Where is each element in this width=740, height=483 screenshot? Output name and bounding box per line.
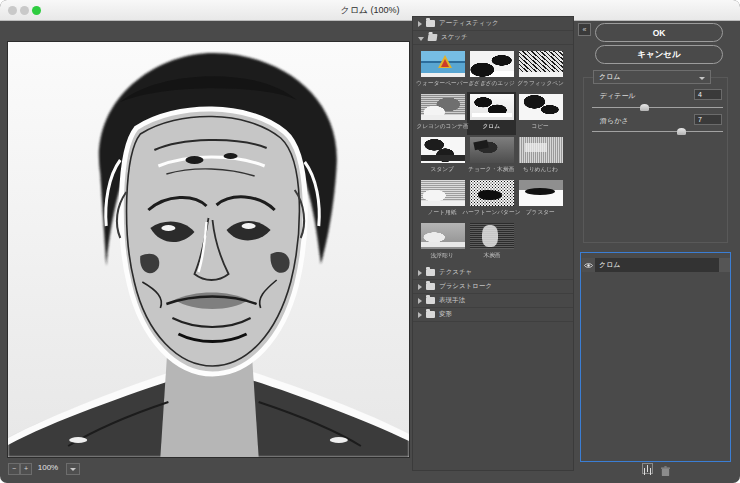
filter-preview-canvas[interactable] [8,42,409,457]
filter-thumbnail-chrome[interactable]: クロム [467,92,516,135]
filter-thumbnail-bas-relief[interactable]: 浅浮彫り [418,221,467,264]
detail-slider[interactable] [592,104,723,112]
zoom-in-button[interactable]: + [20,463,32,475]
category-label: ブラシストローク [439,282,492,291]
filter-preview-thumb [421,94,465,120]
filter-thumbnail-chalk-charcoal[interactable]: チョーク・木炭画 [467,135,516,178]
filter-category-distort[interactable]: 変形 [413,308,573,322]
window-title: クロム (100%) [0,4,740,17]
folder-closed-icon [426,297,435,304]
folder-closed-icon [426,311,435,318]
filter-preview-thumb [470,137,514,163]
cancel-button-label: キャンセル [637,49,681,61]
filter-preview-thumb [519,94,563,120]
chevron-down-icon [699,77,705,80]
filter-category-texture[interactable]: テクスチャ [413,266,573,280]
thumbnail-label: ぎざぎざのエッジ [468,79,515,88]
thumbnail-empty-cell [516,221,565,264]
chrome-filtered-portrait-image [8,42,409,457]
detail-label: ディテール [600,91,636,101]
filter-thumbnail-note-paper[interactable]: ノート用紙 [418,178,467,221]
detail-value-field[interactable]: 4 [694,89,722,100]
thumbnail-row: クレヨンのコンテ画 クロム コピー [418,92,573,135]
triangle-down-icon [418,37,424,41]
layer-visibility-toggle[interactable] [582,258,595,272]
thumbnail-row: スタンプ チョーク・木炭画 ちりめんじわ [418,135,573,178]
filter-thumbnail-charcoal[interactable]: 木炭画 [467,221,516,264]
zoom-level-value[interactable]: 100% [32,462,64,474]
filter-thumbnail-torn-edges[interactable]: ぎざぎざのエッジ [467,49,516,92]
filter-select-dropdown[interactable]: クロム [593,70,711,84]
filter-gallery-window: クロム (100%) [0,0,740,483]
slider-track [592,131,723,132]
eye-icon [584,262,593,269]
thumbnail-label: コピー [532,122,549,131]
category-label: 表現手法 [439,296,465,305]
category-label: アーティスティック [439,19,499,28]
window-titlebar: クロム (100%) [0,0,740,21]
thumbnail-label: プラスター [526,208,555,217]
filter-preview-thumb [421,51,465,77]
filter-thumbnail-grid: ウォーターペーパー ぎざぎざのエッジ グラフィックペン クレヨンのコンテ画 [413,45,573,266]
filter-category-sketch[interactable]: スケッチ [413,31,573,45]
filter-thumbnail-photocopy[interactable]: コピー [516,92,565,135]
thumbnail-label: ノート用紙 [428,208,457,217]
filter-thumbnail-stamp[interactable]: スタンプ [418,135,467,178]
filter-preview-thumb [470,223,514,249]
smoothness-value-field[interactable]: 7 [694,114,722,125]
filter-select-value: クロム [599,72,621,82]
folder-closed-icon [426,269,435,276]
effect-layers-footer [636,463,696,477]
thumbnail-label: クロム [483,122,501,131]
smoothness-slider[interactable] [592,128,723,136]
thumbnail-row: ウォーターペーパー ぎざぎざのエッジ グラフィックペン [418,49,573,92]
ok-button[interactable]: OK [595,23,723,42]
thumbnail-label: ちりめんじわ [523,165,558,174]
filter-thumbnail-conte-crayon[interactable]: クレヨンのコンテ画 [418,92,467,135]
filter-preview-thumb [470,94,514,120]
effect-layer-row[interactable]: クロム [582,258,730,272]
ok-button-label: OK [653,28,666,38]
filter-settings-group [583,77,728,243]
filter-preview-thumb [470,51,514,77]
thumbnail-row: ノート用紙 ハーフトーンパターン プラスター [418,178,573,221]
hide-thumbnails-icon[interactable]: « [578,23,591,36]
filter-thumbnail-plaster[interactable]: プラスター [516,178,565,221]
filter-thumbnail-reticulation[interactable]: ちりめんじわ [516,135,565,178]
filter-thumbnail-water-paper[interactable]: ウォーターペーパー [418,49,467,92]
thumbnail-label: クレヨンのコンテ画 [416,122,468,131]
filter-category-stylize[interactable]: 表現手法 [413,294,573,308]
thumbnail-label: スタンプ [431,165,454,174]
filter-preview-thumb [421,180,465,206]
thumbnail-label: 浅浮彫り [431,251,454,260]
category-label: スケッチ [441,33,468,42]
trash-can-shape [660,466,671,477]
zoom-menu-button[interactable] [66,463,80,475]
folder-closed-icon [426,283,435,290]
new-effect-layer-icon[interactable] [642,463,653,474]
thumbnail-label: グラフィックペン [517,79,564,88]
filter-thumbnail-halftone-pattern[interactable]: ハーフトーンパターン [467,178,516,221]
trash-icon[interactable] [660,463,671,474]
triangle-right-icon [418,284,422,290]
filter-thumbnail-graphic-pen[interactable]: グラフィックペン [516,49,565,92]
filter-preview-thumb [519,180,563,206]
slider-track [592,107,723,108]
zoom-out-button[interactable]: − [8,463,20,475]
folder-closed-icon [426,20,435,27]
filter-category-brush-strokes[interactable]: ブラシストローク [413,280,573,294]
chevron-down-icon [70,468,76,471]
effect-layers-list[interactable]: クロム [580,252,731,462]
thumbnail-label: ウォーターペーパー [417,79,469,88]
filter-category-artistic[interactable]: アーティスティック [413,17,573,31]
triangle-right-icon [418,312,422,318]
effect-layer-name: クロム [595,260,621,270]
filter-category-panel: アーティスティック スケッチ ウォーターペーパー ぎざぎざのエッジ グラフィック… [412,16,574,471]
slider-thumb[interactable] [640,104,649,111]
slider-thumb[interactable] [677,128,686,135]
category-label: 変形 [439,310,452,319]
thumbnail-label: 木炭画 [483,251,500,260]
filter-preview-thumb [421,137,465,163]
smoothness-label: 滑らかさ [600,116,629,126]
cancel-button[interactable]: キャンセル [595,45,723,64]
